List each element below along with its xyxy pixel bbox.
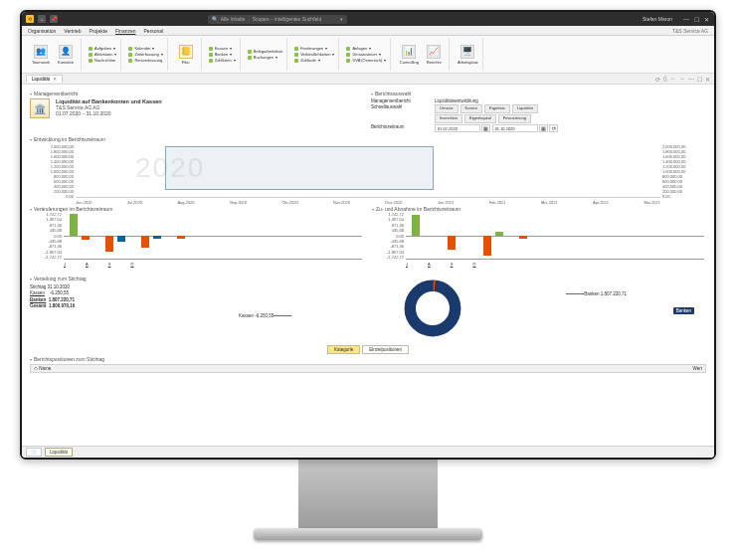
ribbon-kontakte[interactable]: 👤Kontakte [55, 45, 77, 65]
tool-refresh-icon[interactable]: ⟳ [655, 76, 660, 83]
donut-kassen-label: Kassen -6.250,55 [239, 313, 274, 318]
donut-chart[interactable]: Banken 1.807.220,71 Kassen -6.250,55 Ban… [159, 274, 706, 343]
ribbon-verbindlichk[interactable]: Verbindlichkeiten ▾ [294, 52, 334, 57]
timeline-title: Entwicklung im Berichtszeitraum [34, 136, 105, 142]
menu-personal[interactable]: Personal [144, 28, 164, 34]
app-window: ⟲ ⌂ 📌 🔍 Alle Inhalte | Scopes – intellig… [20, 10, 716, 460]
ribbon-teamwork[interactable]: 👥Teamwork [30, 45, 52, 65]
ribbon-banken[interactable]: Banken ▾ [209, 52, 236, 57]
calendar-to-icon[interactable]: ▦ [539, 124, 548, 132]
ribbon-reiseerfassung[interactable]: Reiseerfassung [128, 58, 162, 63]
menu-finanzen[interactable]: Finanzen [115, 28, 136, 34]
changes-chart-left[interactable]: ▾Veränderungen im Berichtszeitraum 1.742… [30, 212, 364, 270]
filter-kosten[interactable]: Kosten [460, 104, 482, 113]
filter-ergebnis[interactable]: Ergebnis [484, 104, 510, 113]
maximize-button[interactable]: ☐ [692, 15, 700, 23]
company-label[interactable]: T&S Service AG [672, 28, 708, 34]
ribbon-uva[interactable]: UVA (Österreich) ▾ [346, 58, 386, 63]
ribbon: 👥Teamwork 👤Kontakte Aufgaben ▾ Aktivität… [22, 36, 714, 74]
yaxis-right: 2.000.000,001.800.000,001.600.000,001.40… [662, 144, 706, 198]
user-label[interactable]: Stefan Maron [643, 16, 672, 22]
filter-liquiditaet[interactable]: Liquidität [512, 104, 538, 113]
report-daterange: 01.07.2020 – 31.10.2020 [56, 110, 162, 116]
ribbon-fibu[interactable]: 📒Fibu [175, 45, 197, 65]
tool-fwd-icon[interactable]: → [679, 76, 685, 83]
filter-heading: Berichtsauswahl [375, 91, 411, 96]
filter-finanzierung[interactable]: Finanzierung [498, 114, 531, 123]
tool-max-icon[interactable]: ☐ [697, 76, 702, 83]
ribbon-anlagen[interactable]: Anlagen ▾ [346, 46, 386, 51]
tool-back-icon[interactable]: ← [670, 76, 676, 83]
svg-point-2 [422, 297, 445, 320]
close-button[interactable]: ✕ [702, 15, 710, 23]
table-title: Berichtspositionen zum Stichtag [34, 356, 104, 362]
document-tabs: Liquidität✕ ⟳ ⎙ ← → — ☐ ✕ [22, 74, 714, 85]
ribbon-forderungen[interactable]: Forderungen ▾ [294, 46, 334, 51]
bank-icon: 🏛️ [30, 98, 50, 118]
menubar: Organisation Vertrieb Projekte Finanzen … [22, 26, 714, 36]
filter-umsatz[interactable]: Umsatz [435, 104, 459, 113]
titlebar: ⟲ ⌂ 📌 🔍 Alle Inhalte | Scopes – intellig… [22, 12, 714, 26]
pin-button[interactable]: 📌 [50, 15, 58, 23]
menu-projekte[interactable]: Projekte [90, 28, 107, 34]
ribbon-zahlaeufe[interactable]: Zahläufe ▾ [294, 58, 334, 63]
global-search[interactable]: 🔍 Alle Inhalte | Scopes – intelligentes … [208, 15, 347, 24]
home-button[interactable]: ⌂ [38, 15, 46, 23]
ribbon-zahllisten[interactable]: Zahllisten ▾ [209, 58, 236, 63]
bottom-tab-icon[interactable]: 📄 [26, 448, 42, 457]
timeline-chart[interactable]: 2.000.000,001.800.000,001.600.000,001.40… [30, 144, 706, 208]
view-einzel-button[interactable]: Einzelpositionen [362, 345, 409, 354]
ribbon-belegarbeit[interactable]: Belegarbeitsliste [248, 49, 282, 54]
section-label: Managementbericht [34, 91, 78, 96]
bottom-tab-liquiditaet[interactable]: Liquidität [45, 448, 73, 457]
nav-back-button[interactable]: ⟲ [26, 15, 34, 23]
menu-vertrieb[interactable]: Vertrieb [64, 28, 81, 34]
table-header: ◇ Name Wert [30, 364, 706, 373]
donut-banken-label: Banken 1.807.220,71 [584, 291, 627, 296]
changes-chart-right[interactable]: ▾Zu- und Abnahme im Berichtszeitraum 1.7… [372, 212, 706, 270]
tool-min-icon[interactable]: — [688, 76, 694, 83]
ribbon-zeiterfassung[interactable]: Zeiterfassung ▾ [128, 52, 162, 57]
tab-close-icon[interactable]: ✕ [53, 77, 57, 82]
summary-block: ▾Verteilung zum Stichtag Stichtag 31.10.… [30, 274, 159, 343]
calendar-from-icon[interactable]: ▦ [481, 124, 490, 132]
minimize-button[interactable]: — [682, 15, 690, 23]
date-refresh-icon[interactable]: ⟳ [549, 124, 558, 132]
ribbon-nachrichten[interactable]: Nachrichten [89, 58, 116, 63]
ribbon-aktivitaeten[interactable]: Aktivitäten ▾ [89, 52, 116, 57]
search-scope: Alle Inhalte [221, 16, 246, 22]
menu-organisation[interactable]: Organisation [28, 28, 56, 34]
tool-close-icon[interactable]: ✕ [705, 76, 710, 83]
filter-investition[interactable]: Investition [435, 114, 462, 123]
filter-row2-label: Schnellauswahl [371, 104, 431, 123]
tab-liquiditaet[interactable]: Liquidität✕ [26, 75, 63, 83]
report-content: ▾Managementbericht 🏛️ Liquidität auf Ban… [22, 85, 714, 458]
ribbon-kalender[interactable]: Kalender ▾ [128, 46, 162, 51]
date-from-input[interactable]: 01.07.2020 [435, 124, 480, 132]
ribbon-buchungen[interactable]: Buchungen ▾ [248, 55, 282, 60]
ribbon-controlling[interactable]: 📊Controlling [398, 45, 420, 65]
bottom-tabs: 📄 Liquidität [22, 446, 714, 458]
selection-range[interactable] [165, 146, 434, 190]
xaxis: Jun.2020Jul.2020Aug.2020Sep.2020Okt.2020… [76, 200, 660, 208]
ribbon-arbeitsplatz[interactable]: 🖥️Arbeitsplatz [457, 45, 478, 65]
filter-row3-label: Berichtszeitraum [371, 124, 431, 133]
filter-row1-val: Liquiditätsentwicklung [435, 98, 706, 103]
filter-eigenkapital[interactable]: Eigenkapital [464, 114, 496, 123]
search-placeholder: Scopes – intelligentes Suchfeld [253, 16, 322, 22]
date-to-input[interactable]: 31.10.2020 [492, 124, 538, 132]
yaxis-left: 2.000.000,001.800.000,001.600.000,001.40… [30, 144, 74, 198]
ribbon-kassen[interactable]: Kassen ▾ [209, 46, 236, 51]
ribbon-berichte[interactable]: 📈Berichte [423, 45, 445, 65]
ribbon-aufgaben[interactable]: Aufgaben ▾ [89, 46, 116, 51]
filter-row1-label: Managementbericht [371, 98, 431, 103]
ribbon-umsatzsteuer[interactable]: Umsatzsteuer ▾ [346, 52, 386, 57]
donut-badge: Banken [673, 307, 694, 314]
view-kategorie-button[interactable]: Kategorie [327, 345, 360, 354]
tool-print-icon[interactable]: ⎙ [663, 76, 667, 83]
